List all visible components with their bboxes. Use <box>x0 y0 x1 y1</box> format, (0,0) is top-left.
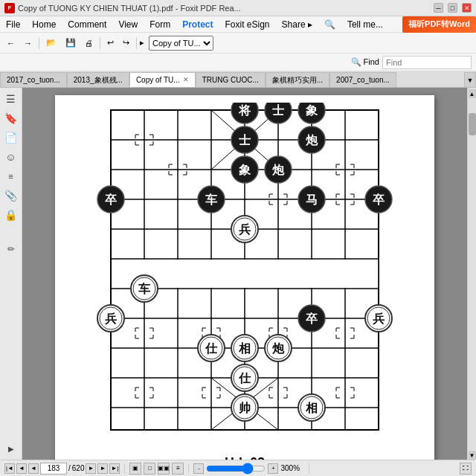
title-bar: F Copy of TUONG KY CHIEN THUAT (1).pdf -… <box>0 0 476 16</box>
sidebar-icon-0[interactable]: ☰ <box>3 91 19 107</box>
sidebar-icon-sign[interactable]: ✏ <box>3 241 19 257</box>
first-page-button[interactable]: |◄ <box>4 463 15 474</box>
sidebar: ☰ 🔖 📄 ☺ ≡ 📎 🔒 ✏ ▶ <box>0 88 22 460</box>
menu-form[interactable]: Form <box>144 16 176 32</box>
menu-comment[interactable]: Comment <box>62 16 112 32</box>
tab-xianqi[interactable]: 象棋精巧实用... <box>266 72 329 87</box>
print-button[interactable]: 🖨 <box>81 35 97 51</box>
sidebar-icon-comment[interactable]: ☺ <box>3 149 19 165</box>
page-number-input[interactable] <box>40 463 67 475</box>
svg-text:车: 车 <box>205 193 218 206</box>
forward-button[interactable]: → <box>20 35 36 51</box>
menu-search-icon[interactable]: 🔍 <box>318 16 341 32</box>
menu-file[interactable]: File <box>0 16 26 32</box>
sidebar-icon-attach[interactable]: 📎 <box>3 187 19 204</box>
menu-share[interactable]: Share ▸ <box>276 16 318 32</box>
sidebar-icon-page[interactable]: 📄 <box>3 129 19 146</box>
menu-home[interactable]: Home <box>26 16 62 32</box>
app-icon: F <box>4 3 15 13</box>
menu-view[interactable]: View <box>112 16 144 32</box>
redo-button[interactable]: ↪ <box>119 35 133 51</box>
maximize-button[interactable]: □ <box>448 3 457 13</box>
svg-text:马: 马 <box>306 193 318 206</box>
tab-trung[interactable]: TRUNG CUOC... <box>196 72 266 87</box>
next-page-button[interactable]: ► <box>86 463 96 474</box>
view-scroll-button[interactable]: ≡ <box>172 463 184 475</box>
view-page-button[interactable]: □ <box>144 463 155 475</box>
sidebar-icon-bookmark[interactable]: 🔖 <box>3 110 19 126</box>
chess-board-svg: 将 士 象 士 炮 象 炮 <box>89 103 401 452</box>
view-two-page-button[interactable]: ▣▣ <box>158 463 170 475</box>
zoom-control: - + 300% <box>193 463 304 474</box>
page-total: 620 <box>72 464 85 472</box>
prev-page-button2[interactable]: ◄ <box>28 463 39 474</box>
save-button[interactable]: 💾 <box>62 35 80 51</box>
scroll-down-button[interactable]: ▼ <box>469 451 476 460</box>
sidebar-expand-arrow[interactable]: ▶ <box>3 440 19 457</box>
file-dropdown[interactable]: Copy of TU... <box>149 36 213 51</box>
sidebar-icon-lock[interactable]: 🔒 <box>3 207 19 223</box>
toolbar: ← → 📂 💾 🖨 ↩ ↪ ▸ Copy of TU... <box>0 33 476 54</box>
menu-foxit-esign[interactable]: Foxit eSign <box>219 16 276 32</box>
svg-text:炮: 炮 <box>271 164 285 176</box>
zoom-level: 300% <box>280 464 304 472</box>
tab-label: Copy of TU... <box>136 76 180 84</box>
svg-text:帅: 帅 <box>238 402 251 414</box>
tab-bar: 2017_co_tuon... 2013_象棋残... Copy of TU..… <box>0 71 476 88</box>
back-button[interactable]: ← <box>3 35 19 51</box>
find-label: 🔍 Find <box>351 57 379 67</box>
fullscreen-button[interactable]: ⛶ <box>460 463 472 475</box>
tab-close-icon[interactable]: ✕ <box>183 76 189 83</box>
sidebar-icon-layers[interactable]: ≡ <box>3 168 19 184</box>
svg-text:相: 相 <box>238 342 251 355</box>
page-navigation: |◄ ◄ ◄ / 620 ► ► ►| <box>4 463 120 475</box>
menu-bar: File Home Comment View Form Protect Foxi… <box>0 16 476 33</box>
close-button[interactable]: ✕ <box>462 3 472 13</box>
tab-label: 2017_co_tuon... <box>7 76 60 84</box>
svg-text:兵: 兵 <box>373 312 385 325</box>
toolbar-filename-label: ▸ <box>140 38 144 48</box>
svg-text:仕: 仕 <box>205 342 218 355</box>
zoom-out-button[interactable]: - <box>193 463 204 474</box>
svg-text:士: 士 <box>272 104 285 117</box>
tab-2013[interactable]: 2013_象棋残... <box>67 72 129 87</box>
next-page-button2[interactable]: ► <box>97 463 108 474</box>
menu-tell-me[interactable]: Tell me... <box>341 16 389 32</box>
tab-label: 2007_co_tuon... <box>336 76 390 84</box>
tab-2007[interactable]: 2007_co_tuon... <box>329 72 396 87</box>
svg-text:士: 士 <box>239 134 251 147</box>
view-fit-button[interactable]: ▣ <box>129 463 141 475</box>
open-button[interactable]: 📂 <box>42 35 60 51</box>
main-area: ☰ 🔖 📄 ☺ ≡ 📎 🔒 ✏ ▶ <box>0 88 476 460</box>
menu-protect[interactable]: Protect <box>176 16 219 32</box>
foxit-badge[interactable]: 福昕PDF转Word <box>402 16 476 33</box>
minimize-button[interactable]: ─ <box>434 3 443 13</box>
zoom-in-button[interactable]: + <box>268 463 278 474</box>
zoom-slider[interactable] <box>206 465 266 472</box>
tab-overflow-button[interactable]: ▼ <box>464 72 476 87</box>
prev-page-button[interactable]: ◄ <box>16 463 27 474</box>
tab-label: TRUNG CUOC... <box>202 76 259 84</box>
svg-text:仕: 仕 <box>238 372 251 385</box>
scroll-up-button[interactable]: ▲ <box>469 89 476 98</box>
view-buttons: ▣ □ ▣▣ ≡ <box>129 463 184 475</box>
page-separator: / <box>68 464 71 472</box>
svg-text:卒: 卒 <box>105 193 118 206</box>
pdf-page: 将 士 象 士 炮 象 炮 <box>55 95 434 460</box>
status-right-buttons: ⛶ <box>460 463 472 475</box>
pdf-content[interactable]: 将 士 象 士 炮 象 炮 <box>22 88 467 460</box>
right-scrollbar[interactable]: ▲ ▼ <box>467 88 476 460</box>
undo-button[interactable]: ↩ <box>103 35 118 51</box>
last-page-button[interactable]: ►| <box>109 463 120 474</box>
svg-text:象: 象 <box>239 164 251 176</box>
svg-text:象: 象 <box>306 104 318 117</box>
svg-text:卒: 卒 <box>373 193 385 206</box>
tab-2017[interactable]: 2017_co_tuon... <box>0 72 67 87</box>
svg-text:车: 车 <box>138 282 151 295</box>
tab-label: 象棋精巧实用... <box>272 75 323 86</box>
status-bar: |◄ ◄ ◄ / 620 ► ► ►| ▣ □ ▣▣ ≡ - + 300% ⛶ <box>0 460 476 476</box>
scroll-thumb[interactable] <box>469 113 476 135</box>
find-input[interactable] <box>382 56 472 69</box>
page-subtitle: Hd. 62 <box>225 455 265 460</box>
tab-copy[interactable]: Copy of TU... ✕ <box>129 72 196 87</box>
